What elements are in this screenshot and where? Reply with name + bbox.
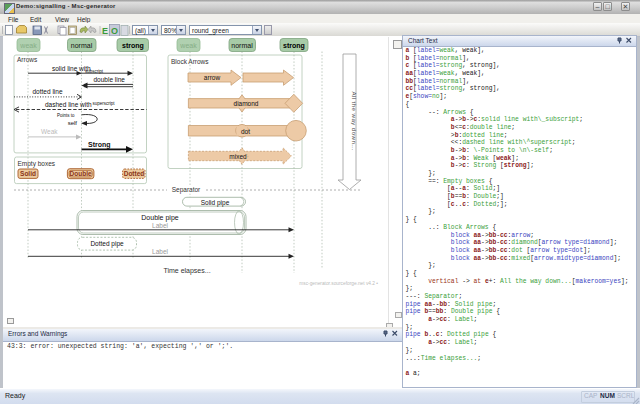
svg-text:superscript: superscript xyxy=(93,101,116,106)
svg-text:strong: strong xyxy=(122,42,144,50)
svg-text:Solid: Solid xyxy=(20,170,36,177)
svg-text:Double pipe: Double pipe xyxy=(141,214,178,222)
svg-text:Dotted pipe: Dotted pipe xyxy=(90,240,124,248)
svg-text:normal: normal xyxy=(71,42,93,49)
svg-text:Label: Label xyxy=(152,248,168,255)
svg-text:arrow: arrow xyxy=(204,74,221,81)
svg-text:All the way down...: All the way down... xyxy=(351,91,358,150)
svg-text:msc-generator.sourceforge.net: msc-generator.sourceforge.net v4.2 • xyxy=(299,281,378,286)
svg-text:Label: Label xyxy=(152,222,168,229)
svg-text:Weak: Weak xyxy=(41,128,58,135)
svg-text:weak: weak xyxy=(19,42,37,49)
svg-text:Points to: Points to xyxy=(57,113,75,118)
svg-text:dotted line: dotted line xyxy=(33,88,63,95)
svg-text:O: O xyxy=(111,26,118,36)
svg-text:Solid pipe: Solid pipe xyxy=(201,199,230,207)
svg-text:weak: weak xyxy=(179,42,197,49)
svg-text:E: E xyxy=(102,26,108,36)
svg-text:Strong: Strong xyxy=(88,141,111,149)
svg-text:self: self xyxy=(68,120,78,126)
svg-text:mixed: mixed xyxy=(229,153,247,160)
svg-text:Time elapses...: Time elapses... xyxy=(163,267,210,275)
svg-text:Separator: Separator xyxy=(172,186,201,194)
svg-text:dashed line with: dashed line with xyxy=(45,101,92,108)
svg-text:double line: double line xyxy=(94,76,126,83)
svg-text:diamond: diamond xyxy=(234,100,259,107)
svg-text:dot: dot xyxy=(241,128,250,135)
svg-text:Dotted: Dotted xyxy=(124,170,145,177)
svg-text:Double: Double xyxy=(70,170,92,177)
svg-text:Arrows: Arrows xyxy=(17,56,38,63)
svg-text:strong: strong xyxy=(283,42,305,50)
svg-text:normal: normal xyxy=(231,42,253,49)
svg-text:Empty boxes: Empty boxes xyxy=(18,160,56,168)
